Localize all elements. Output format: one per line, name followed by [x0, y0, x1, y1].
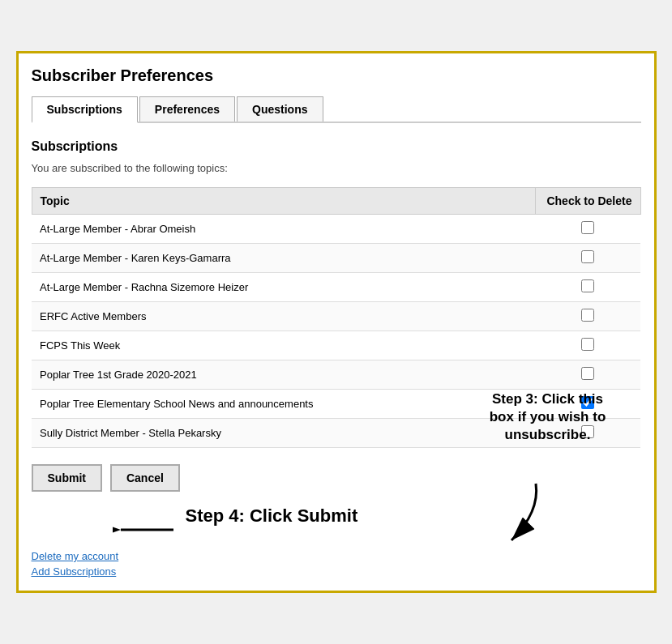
check-cell — [535, 331, 640, 360]
check-cell — [535, 360, 640, 390]
delete-checkbox[interactable] — [581, 425, 594, 438]
table-row: ERFC Active Members — [32, 302, 640, 331]
check-cell — [535, 302, 640, 331]
topic-cell: Sully District Member - Stella Pekarsky — [32, 419, 535, 448]
tab-preferences[interactable]: Preferences — [139, 96, 235, 122]
tab-bar: Subscriptions Preferences Questions — [32, 96, 641, 123]
page-title: Subscriber Preferences — [32, 66, 641, 85]
topic-cell: At-Large Member - Rachna Sizemore Heizer — [32, 273, 535, 302]
step4-annotation-area: Step 4: Click Submit — [32, 501, 641, 550]
topic-cell: At-Large Member - Karen Keys-Gamarra — [32, 244, 535, 273]
main-window: Subscriber Preferences Subscriptions Pre… — [16, 51, 657, 593]
col-header-topic: Topic — [32, 188, 535, 215]
delete-checkbox[interactable] — [581, 396, 594, 409]
check-cell — [535, 419, 640, 448]
delete-checkbox[interactable] — [581, 367, 594, 380]
buttons-row: Submit Cancel — [32, 464, 641, 492]
table-row: FCPS This Week — [32, 331, 640, 360]
topic-cell: Poplar Tree Elementary School News and a… — [32, 390, 535, 419]
add-subscriptions-link[interactable]: Add Subscriptions — [32, 565, 641, 578]
topic-cell: Poplar Tree 1st Grade 2020-2021 — [32, 360, 535, 390]
links-section: Delete my account Add Subscriptions — [32, 550, 641, 578]
table-row: At-Large Member - Karen Keys-Gamarra — [32, 244, 640, 273]
submit-button[interactable]: Submit — [32, 464, 102, 492]
delete-checkbox[interactable] — [581, 338, 594, 351]
delete-checkbox[interactable] — [581, 250, 594, 263]
table-row: At-Large Member - Abrar Omeish — [32, 215, 640, 244]
delete-checkbox[interactable] — [581, 221, 594, 234]
table-row: Poplar Tree 1st Grade 2020-2021 — [32, 360, 640, 390]
col-header-check: Check to Delete — [535, 188, 640, 215]
section-description: You are subscribed to the following topi… — [32, 162, 641, 174]
check-cell — [535, 244, 640, 273]
topic-cell: At-Large Member - Abrar Omeish — [32, 215, 535, 244]
cancel-button[interactable]: Cancel — [110, 464, 180, 492]
table-row: Poplar Tree Elementary School News and a… — [32, 390, 640, 419]
tab-subscriptions[interactable]: Subscriptions — [32, 96, 138, 123]
topic-cell: FCPS This Week — [32, 331, 535, 360]
check-cell — [535, 215, 640, 244]
annotation-step4: Step 4: Click Submit — [186, 505, 358, 527]
check-cell — [535, 390, 640, 419]
delete-checkbox[interactable] — [581, 279, 594, 292]
topic-cell: ERFC Active Members — [32, 302, 535, 331]
main-content: Subscriptions You are subscribed to the … — [32, 139, 641, 578]
table-row: At-Large Member - Rachna Sizemore Heizer — [32, 273, 640, 302]
arrow-step4-icon — [113, 510, 178, 552]
table-row: Sully District Member - Stella Pekarsky — [32, 419, 640, 448]
section-title: Subscriptions — [32, 139, 641, 154]
tab-questions[interactable]: Questions — [237, 96, 323, 122]
check-cell — [535, 273, 640, 302]
subscriptions-table: Topic Check to Delete At-Large Member - … — [32, 187, 641, 448]
delete-checkbox[interactable] — [581, 309, 594, 322]
